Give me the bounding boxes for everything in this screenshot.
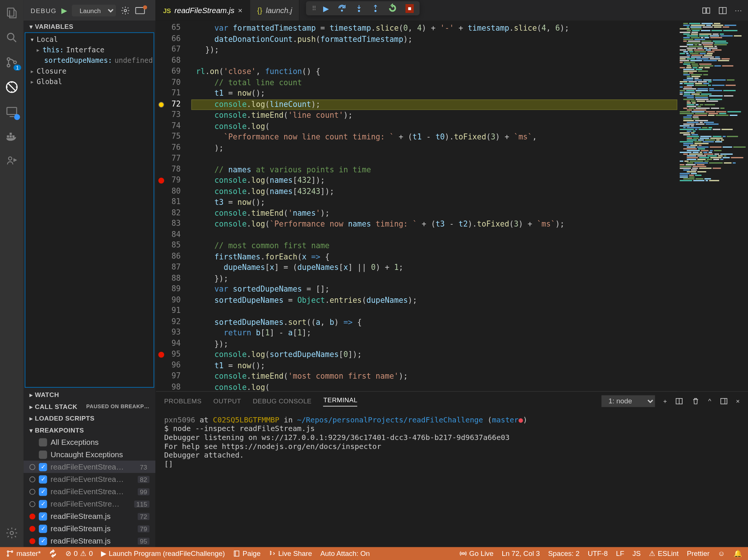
- sidebar: DEBUG ▶ Launch ▾VARIABLES ▾Local ▸this: …: [24, 0, 156, 547]
- bp-item[interactable]: ✓readFileEventStre…115: [24, 498, 155, 510]
- variables-body: ▾Local ▸this: Interface sortedDupeNames:…: [25, 33, 154, 388]
- code-editor[interactable]: var formattedTimestamp = timestamp.slice…: [191, 21, 677, 391]
- continue-icon[interactable]: ▶: [323, 4, 329, 13]
- scm-icon[interactable]: [5, 55, 19, 70]
- bp-item[interactable]: ✓readFileStream.js95: [24, 535, 155, 547]
- terminal-output[interactable]: pxn5096 at C02SQ5LBGTFMMBP in ~/Repos/pe…: [156, 410, 748, 547]
- variables-header[interactable]: ▾VARIABLES: [24, 21, 155, 32]
- svg-rect-25: [234, 551, 239, 556]
- remote-icon[interactable]: [5, 105, 19, 119]
- sb-sync[interactable]: [49, 550, 57, 558]
- drag-handle-icon[interactable]: ⠿: [312, 5, 315, 11]
- sb-paige[interactable]: Paige: [233, 550, 260, 558]
- svg-point-16: [375, 10, 376, 12]
- step-over-icon[interactable]: [337, 3, 347, 13]
- sb-bell-icon[interactable]: 🔔: [733, 550, 742, 558]
- bp-item[interactable]: ✓readFileStream.js79: [24, 522, 155, 535]
- launch-config-select[interactable]: Launch: [72, 4, 116, 16]
- sb-liveshare[interactable]: Live Share: [269, 550, 312, 558]
- svg-rect-10: [10, 133, 12, 135]
- panel-tab-terminal[interactable]: TERMINAL: [324, 396, 358, 406]
- sb-lang[interactable]: JS: [632, 550, 641, 558]
- compare-icon[interactable]: [702, 6, 711, 15]
- debug-label: DEBUG: [31, 7, 56, 14]
- tab-readfilestream[interactable]: JSreadFileStream.js×: [156, 0, 250, 21]
- close-icon[interactable]: ×: [238, 6, 242, 15]
- svg-rect-6: [7, 107, 16, 114]
- start-debug-icon[interactable]: ▶: [61, 6, 67, 15]
- callstack-header[interactable]: ▸CALL STACKPAUSED ON BREAKP…: [24, 401, 155, 412]
- svg-rect-7: [7, 135, 9, 138]
- svg-point-2: [7, 58, 10, 61]
- split-terminal-icon[interactable]: [675, 397, 683, 405]
- svg-point-22: [7, 551, 9, 552]
- line-gutter[interactable]: 6566676869707172737475767778798081828384…: [156, 21, 191, 391]
- var-scope-local[interactable]: ▾Local: [25, 34, 154, 44]
- bp-item[interactable]: ✓readFileEventStrea…82: [24, 473, 155, 485]
- liveshare-icon[interactable]: [5, 154, 19, 168]
- bp-uncaught[interactable]: Uncaught Exceptions: [24, 448, 155, 461]
- sb-position[interactable]: Ln 72, Col 3: [502, 550, 540, 558]
- sb-spaces[interactable]: Spaces: 2: [548, 550, 579, 558]
- stop-icon[interactable]: ■: [405, 4, 414, 13]
- svg-point-4: [14, 61, 16, 64]
- explorer-icon[interactable]: [5, 6, 19, 20]
- close-panel-icon[interactable]: ×: [736, 398, 740, 405]
- activity-bar: [0, 0, 24, 547]
- panel-tab-problems[interactable]: PROBLEMS: [164, 398, 202, 405]
- var-scope-global[interactable]: ▸Global: [25, 77, 154, 87]
- editor-tabs: JSreadFileStream.js× {}launch.j ⠿ ▶ ■ ⋯: [156, 0, 748, 21]
- step-out-icon[interactable]: [371, 3, 380, 13]
- debug-console-icon[interactable]: [135, 6, 145, 15]
- var-sorteddupenames[interactable]: sortedDupeNames: undefined: [25, 55, 154, 66]
- sb-errors[interactable]: ⊘ 0 ⚠ 0: [65, 550, 93, 558]
- settings-icon[interactable]: [5, 526, 19, 540]
- sb-branch[interactable]: master*: [6, 550, 41, 558]
- debug-toolbar[interactable]: ⠿ ▶ ■: [306, 1, 420, 15]
- sb-encoding[interactable]: UTF-8: [588, 550, 608, 558]
- var-scope-closure[interactable]: ▸Closure: [25, 66, 154, 76]
- debug-settings-icon[interactable]: [121, 6, 130, 15]
- bp-item[interactable]: ✓readFileStream.js72: [24, 510, 155, 522]
- sb-feedback-icon[interactable]: ☺: [718, 550, 725, 558]
- bp-item[interactable]: ✓readFileEventStrea…99: [24, 485, 155, 498]
- sb-launch[interactable]: ▶ Launch Program (readFileChallenge): [101, 550, 225, 558]
- svg-rect-21: [721, 399, 727, 404]
- breakpoints-header[interactable]: ▾BREAKPOINTS: [24, 424, 155, 436]
- status-bar: master* ⊘ 0 ⚠ 0 ▶ Launch Program (readFi…: [0, 547, 748, 560]
- tab-launch[interactable]: {}launch.j: [250, 0, 300, 21]
- bp-item[interactable]: ✓readFileEventStrea…73: [24, 461, 155, 473]
- svg-rect-0: [7, 8, 14, 16]
- split-icon[interactable]: [718, 6, 727, 15]
- loaded-scripts-header[interactable]: ▸LOADED SCRIPTS: [24, 412, 155, 424]
- svg-rect-8: [10, 135, 12, 138]
- debug-icon[interactable]: [5, 80, 19, 94]
- sb-autoattach[interactable]: Auto Attach: On: [320, 550, 370, 558]
- svg-point-23: [7, 555, 9, 556]
- terminal-select[interactable]: 1: node: [601, 395, 655, 407]
- json-icon: {}: [257, 6, 263, 15]
- breakpoints-body: All Exceptions Uncaught Exceptions ✓read…: [24, 436, 155, 547]
- var-this[interactable]: ▸this: Interface: [25, 45, 154, 55]
- restart-icon[interactable]: [388, 3, 397, 13]
- svg-point-11: [10, 531, 13, 535]
- docker-icon[interactable]: [5, 129, 19, 144]
- panel-tab-output[interactable]: OUTPUT: [213, 398, 241, 405]
- kill-terminal-icon[interactable]: [692, 397, 700, 405]
- minimap[interactable]: [677, 21, 748, 391]
- more-icon[interactable]: ⋯: [735, 6, 742, 15]
- new-terminal-icon[interactable]: +: [663, 398, 667, 405]
- panel-tab-debugconsole[interactable]: DEBUG CONSOLE: [253, 398, 312, 405]
- search-icon[interactable]: [5, 31, 19, 45]
- sb-eol[interactable]: LF: [616, 550, 624, 558]
- panel-layout-icon[interactable]: [720, 397, 728, 405]
- svg-point-12: [124, 9, 126, 11]
- bp-all-exceptions[interactable]: All Exceptions: [24, 436, 155, 448]
- sb-golive[interactable]: Go Live: [460, 550, 493, 558]
- sb-eslint[interactable]: ⚠ ESLint: [649, 550, 678, 558]
- sb-prettier[interactable]: Prettier: [687, 550, 709, 558]
- watch-header[interactable]: ▸WATCH: [24, 389, 155, 400]
- step-into-icon[interactable]: [355, 3, 363, 13]
- maximize-panel-icon[interactable]: ^: [708, 398, 711, 405]
- svg-point-1: [7, 33, 14, 40]
